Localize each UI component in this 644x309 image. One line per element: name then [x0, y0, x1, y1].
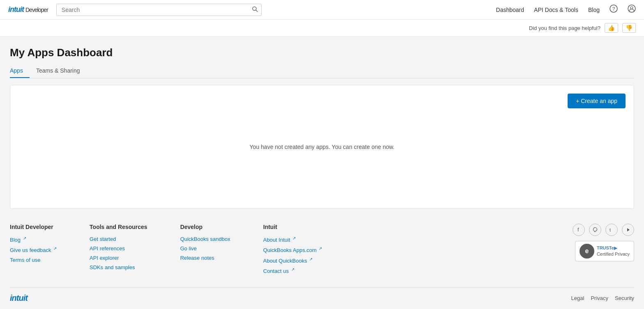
footer-link-api-explorer[interactable]: API explorer [90, 255, 147, 261]
search-icon [252, 6, 258, 12]
facebook-icon[interactable]: f [573, 224, 585, 236]
external-icon: ↗ [292, 236, 296, 240]
footer-link-qb-sandbox[interactable]: QuickBooks sandbox [180, 236, 230, 242]
nav-blog[interactable]: Blog [588, 7, 600, 13]
youtube-icon[interactable] [622, 224, 634, 236]
intuit-logo: intuitDeveloper [8, 5, 48, 14]
footer-link-release-notes[interactable]: Release notes [180, 255, 230, 261]
truste-text: TRUSTe▶ Certified Privacy [597, 245, 630, 258]
github-icon[interactable] [589, 224, 601, 236]
footer-link-get-started[interactable]: Get started [90, 236, 147, 242]
external-icon: ↗ [319, 246, 322, 251]
truste-badge: e TRUSTe▶ Certified Privacy [575, 241, 634, 261]
create-app-button[interactable]: + Create an app [568, 94, 626, 108]
footer-link-about-intuit[interactable]: About Intuit ↗ [263, 236, 322, 243]
footer-link-sdks[interactable]: SDKs and samples [90, 264, 147, 270]
footer-heading-intuit-developer: Intuit Developer [10, 224, 57, 230]
twitter-icon[interactable]: t [605, 224, 618, 236]
user-icon[interactable] [628, 5, 636, 15]
page-title: My Apps Dashboard [10, 46, 634, 59]
helpful-question: Did you find this page helpful? [529, 25, 600, 31]
truste-logo: e [580, 244, 594, 259]
svg-text:?: ? [612, 6, 615, 12]
empty-message: You have not created any apps. You can c… [18, 94, 626, 200]
footer-heading-develop: Develop [180, 224, 230, 230]
footer-heading-tools: Tools and Resources [90, 224, 147, 230]
tab-teams-sharing[interactable]: Teams & Sharing [30, 64, 87, 78]
footer-bottom-links: Legal Privacy Security [571, 295, 634, 301]
footer-link-terms[interactable]: Terms of use [10, 257, 57, 263]
footer-link-legal[interactable]: Legal [571, 295, 584, 301]
apps-panel: + Create an app You have not created any… [10, 85, 634, 209]
svg-text:t: t [610, 227, 611, 232]
footer-col-develop: Develop QuickBooks sandbox Go live Relea… [180, 224, 230, 277]
search-container [56, 4, 262, 16]
helpful-bar: Did you find this page helpful? 👍 👎 [0, 20, 644, 37]
social-icons: f t [573, 224, 634, 236]
tabs: Apps Teams & Sharing [10, 64, 634, 78]
footer-col-tools: Tools and Resources Get started API refe… [90, 224, 147, 277]
footer-link-feedback[interactable]: Give us feedback ↗ [10, 246, 57, 253]
footer-link-privacy[interactable]: Privacy [591, 295, 608, 301]
footer-columns: Intuit Developer Blog ↗ Give us feedback… [10, 224, 634, 287]
svg-point-7 [593, 228, 597, 231]
tab-apps[interactable]: Apps [10, 64, 30, 78]
footer-link-security[interactable]: Security [615, 295, 634, 301]
footer-bottom-bar: intuit Legal Privacy Security [10, 287, 634, 309]
help-icon[interactable]: ? [610, 5, 618, 15]
external-icon: ↗ [309, 257, 313, 261]
svg-point-5 [630, 7, 633, 9]
nav-dashboard[interactable]: Dashboard [496, 7, 524, 13]
svg-marker-9 [627, 228, 630, 231]
header: intuitDeveloper Dashboard API Docs & Too… [0, 0, 644, 20]
main-content: My Apps Dashboard Apps Teams & Sharing +… [0, 37, 644, 209]
external-icon: ↗ [53, 246, 57, 251]
footer-link-blog[interactable]: Blog ↗ [10, 236, 57, 243]
footer-intuit-logo: intuit [10, 293, 28, 303]
search-button[interactable] [252, 6, 258, 14]
footer-link-contact[interactable]: Contact us ↗ [263, 267, 322, 274]
thumbdown-button[interactable]: 👎 [622, 23, 636, 33]
footer-heading-intuit: Intuit [263, 224, 322, 230]
footer-col-intuit: Intuit About Intuit ↗ QuickBooks Apps.co… [263, 224, 322, 277]
external-icon: ↗ [291, 267, 294, 272]
thumbup-button[interactable]: 👍 [605, 23, 618, 33]
header-logo[interactable]: intuitDeveloper [8, 5, 48, 14]
footer-link-go-live[interactable]: Go live [180, 245, 230, 252]
header-nav: Dashboard API Docs & Tools Blog ? [496, 5, 636, 15]
search-input[interactable] [56, 4, 262, 16]
footer-link-about-qb[interactable]: About QuickBooks ↗ [263, 257, 322, 264]
svg-text:f: f [577, 227, 579, 233]
footer-col-intuit-developer: Intuit Developer Blog ↗ Give us feedback… [10, 224, 57, 277]
footer-social: f t e TRUSTe [573, 224, 634, 277]
external-icon: ↗ [23, 236, 26, 240]
nav-api-docs[interactable]: API Docs & Tools [534, 7, 578, 13]
footer: Intuit Developer Blog ↗ Give us feedback… [0, 209, 644, 309]
footer-link-qb-apps[interactable]: QuickBooks Apps.com ↗ [263, 246, 322, 253]
footer-link-api-references[interactable]: API references [90, 245, 147, 252]
svg-line-1 [256, 10, 258, 11]
